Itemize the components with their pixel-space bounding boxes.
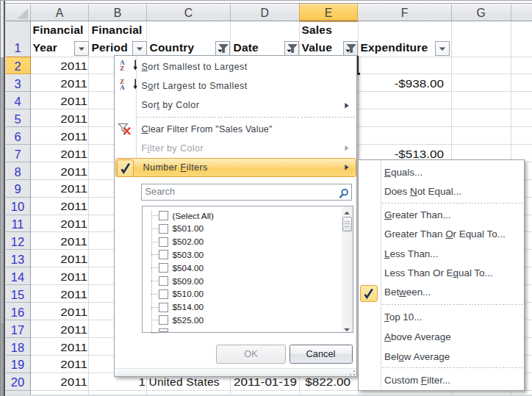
svg-text:Z: Z: [120, 65, 124, 72]
svg-text:A: A: [120, 84, 125, 91]
